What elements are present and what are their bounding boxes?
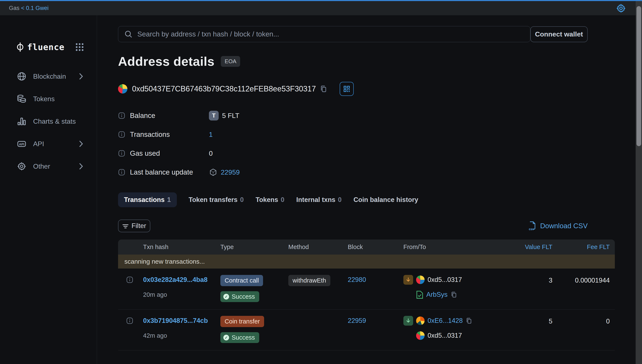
gas-label: Gas <box>9 5 20 11</box>
chevron-right-icon <box>79 163 83 170</box>
balance-label: Balance <box>130 112 209 120</box>
tabs: Transactions1 Token transfers0 Tokens0 I… <box>118 192 588 207</box>
filter-icon <box>122 223 129 229</box>
check-icon: ✓ <box>223 335 229 340</box>
tab-token-transfers[interactable]: Token transfers0 <box>189 196 244 204</box>
sidebar-item-label: Blockchain <box>33 72 79 80</box>
filter-button[interactable]: Filter <box>118 220 150 232</box>
address-avatar <box>118 84 127 94</box>
download-csv-link[interactable]: csv Download CSV <box>528 221 588 230</box>
svg-text:csv: csv <box>529 228 534 230</box>
apps-grid-icon[interactable] <box>76 43 83 51</box>
status-badge: ✓ Success <box>220 332 259 343</box>
table-row: 0x03e282a429...4ba8 20m ago Contract cal… <box>118 268 615 310</box>
info-icon[interactable] <box>118 169 125 176</box>
sidebar-item-label: Other <box>33 162 79 170</box>
to-address: 0xd5...0317 <box>428 332 462 340</box>
txn-hash-link[interactable]: 0x3b71904875...74cb <box>143 317 208 324</box>
txn-value: 3 <box>549 275 556 302</box>
from-address-link[interactable]: 0xE6...1428 <box>428 317 463 324</box>
gas-tracker[interactable]: Gas < 0.1 Gwei <box>9 5 49 12</box>
token-symbol-badge: T <box>209 111 219 120</box>
logo-text: fluence <box>27 42 65 52</box>
phi-logo-icon <box>17 42 24 52</box>
balance-value: 5 FLT <box>222 112 239 120</box>
last-balance-update-block-link[interactable]: 22959 <box>221 168 240 176</box>
fluence-logo[interactable]: fluence <box>17 42 65 52</box>
coins-icon <box>17 94 27 104</box>
sidebar-item-tokens[interactable]: Tokens <box>17 92 83 106</box>
tab-internal-txns[interactable]: Internal txns0 <box>296 196 342 204</box>
chevron-right-icon <box>79 73 83 80</box>
sidebar-item-label: Tokens <box>33 95 83 103</box>
info-row-last-balance-update: Last balance update 22959 <box>118 167 588 177</box>
from-avatar <box>416 276 425 284</box>
topbar: Gas < 0.1 Gwei <box>0 1 642 15</box>
gas-used-label: Gas used <box>130 149 209 158</box>
download-csv-label: Download CSV <box>540 222 588 230</box>
transactions-count-link[interactable]: 1 <box>209 131 213 138</box>
qr-code-icon <box>343 85 351 93</box>
txn-value: 5 <box>549 316 556 343</box>
scrollbar-thumb[interactable] <box>636 6 641 146</box>
tab-coin-balance-history[interactable]: Coin balance history <box>354 196 418 204</box>
from-avatar <box>416 316 425 325</box>
gear-icon <box>17 161 27 172</box>
scanning-notice: scanning new transactions... <box>118 254 615 268</box>
info-icon[interactable] <box>126 317 133 324</box>
search-input[interactable] <box>137 30 524 38</box>
sidebar-item-label: API <box>33 140 79 148</box>
block-link[interactable]: 22959 <box>348 317 366 324</box>
table-header: Txn hash Type Method Block From/To Value… <box>118 240 615 254</box>
col-header-block: Block <box>344 244 399 250</box>
method-badge: withdrawEth <box>288 275 330 286</box>
sidebar-item-other[interactable]: Other <box>17 160 83 173</box>
gas-used-value: 0 <box>209 150 213 158</box>
sidebar-item-blockchain[interactable]: Blockchain <box>17 70 83 83</box>
main-content: Connect wallet Address details EOA 0xd50… <box>97 15 615 364</box>
txn-type-badge: Contract call <box>220 275 263 286</box>
sidebar-item-charts-stats[interactable]: Charts & stats <box>17 114 83 128</box>
gas-value: < 0.1 Gwei <box>21 5 49 11</box>
txn-age: 20m ago <box>143 291 167 298</box>
globe-icon <box>17 71 27 82</box>
info-icon[interactable] <box>118 150 125 157</box>
settings-gear-icon[interactable] <box>616 4 626 13</box>
connect-wallet-button[interactable]: Connect wallet <box>530 26 588 42</box>
col-header-fee[interactable]: Fee FLT <box>587 244 615 250</box>
api-icon: API <box>17 139 27 149</box>
address-hash: 0xd50437E7CB67463b79C38c112eFEB8ee53F303… <box>132 84 316 93</box>
txn-hash-link[interactable]: 0x03e282a429...4ba8 <box>143 276 207 284</box>
sidebar: fluence Blockchain Tokens <box>0 15 97 364</box>
info-icon[interactable] <box>126 276 133 284</box>
direction-in-icon <box>403 316 413 326</box>
col-header-from-to: From/To <box>399 244 493 250</box>
qr-code-button[interactable] <box>340 82 354 96</box>
sidebar-item-api[interactable]: API API <box>17 137 83 150</box>
svg-text:API: API <box>19 142 25 146</box>
to-contract-link[interactable]: ArbSys <box>426 291 448 298</box>
copy-icon[interactable] <box>451 291 457 298</box>
chevron-right-icon <box>79 141 83 147</box>
block-link[interactable]: 22980 <box>348 276 366 284</box>
col-header-txn-hash: Txn hash <box>137 244 217 250</box>
info-row-balance: Balance T 5 FLT <box>118 111 588 120</box>
tab-transactions[interactable]: Transactions1 <box>118 192 177 207</box>
contract-icon <box>416 290 423 299</box>
copy-address-icon[interactable] <box>320 85 327 93</box>
copy-icon[interactable] <box>466 317 472 324</box>
direction-out-icon <box>403 275 413 285</box>
col-header-value[interactable]: Value FLT <box>525 244 556 250</box>
scrollbar[interactable] <box>636 1 642 364</box>
sidebar-item-label: Charts & stats <box>33 118 83 125</box>
txn-age: 42m ago <box>143 332 167 339</box>
search-box[interactable] <box>118 26 530 42</box>
tab-tokens[interactable]: Tokens0 <box>256 196 284 204</box>
info-icon[interactable] <box>118 112 125 119</box>
to-avatar <box>416 331 425 340</box>
top-accent-stripe <box>0 0 642 1</box>
address-type-badge: EOA <box>221 56 240 67</box>
page-title: Address details <box>118 54 214 69</box>
last-balance-update-label: Last balance update <box>130 168 209 176</box>
info-icon[interactable] <box>118 131 125 138</box>
